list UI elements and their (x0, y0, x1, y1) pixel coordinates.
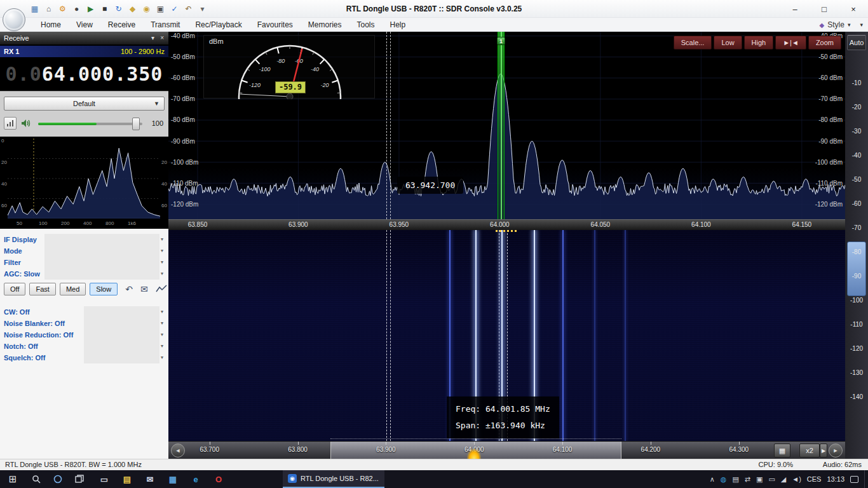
edge-icon[interactable]: e (184, 470, 207, 488)
browser-icon[interactable]: ◍ (721, 476, 727, 483)
security-icon[interactable]: ▣ (756, 476, 763, 483)
speaker-button[interactable] (20, 117, 32, 130)
proc-noise-blanker-off[interactable]: Noise Blanker: Off▾ (0, 318, 168, 329)
key-icon[interactable]: ◆ (127, 4, 138, 15)
chevron-down-icon[interactable]: ▾ (161, 352, 163, 363)
waterfall-display[interactable]: Freq: 64.001.85 MHz Span: ±163.940 kHz (168, 230, 845, 441)
notes-icon[interactable]: ✉ (140, 284, 148, 294)
agc-med-button[interactable]: Med (60, 283, 86, 295)
tab-tools[interactable]: Tools (349, 18, 383, 32)
cortana-button[interactable] (47, 470, 69, 488)
dsp-if-display[interactable]: IF Display▾ (0, 234, 168, 245)
volume-slider[interactable] (38, 123, 142, 125)
display-icon[interactable]: ▭ (768, 476, 775, 483)
proc-squelch-off[interactable]: Squelch: Off▾ (0, 352, 168, 363)
close-button[interactable]: × (839, 0, 868, 18)
undo-icon[interactable]: ↶ (183, 4, 194, 15)
high-button[interactable]: High (744, 36, 774, 50)
nav-scroll-right-button[interactable]: ► (829, 444, 843, 458)
tab-receive[interactable]: Receive (100, 18, 143, 32)
nav-zoom-button[interactable]: x2 (799, 444, 820, 458)
opera-icon[interactable]: O (207, 470, 230, 488)
hidden-icons-chevron[interactable]: ∧ (710, 476, 715, 483)
tab-home[interactable]: Home (33, 18, 69, 32)
maximize-button[interactable]: □ (810, 0, 839, 18)
style-menu[interactable]: ◆ Style ▾ ▾ (820, 18, 863, 32)
camera-icon[interactable]: ▣ (155, 4, 166, 15)
play-icon[interactable]: ▶ (85, 4, 96, 15)
low-button[interactable]: Low (714, 36, 742, 50)
language-indicator[interactable]: CES (807, 475, 822, 483)
pen-icon[interactable]: ▤ (732, 476, 738, 483)
settings-icon[interactable]: ⚙ (57, 4, 68, 15)
nav-scroll-left-button[interactable]: ◄ (171, 444, 185, 458)
mail-icon[interactable]: ✉ (139, 470, 161, 488)
zoom-button[interactable]: Zoom (808, 36, 841, 50)
store-icon[interactable]: ▦ (161, 470, 184, 488)
agc-off-button[interactable]: Off (4, 283, 25, 295)
rx-marker[interactable]: 1 (498, 32, 505, 219)
action-center-icon[interactable] (850, 476, 858, 483)
panel-close-icon[interactable]: × (160, 32, 164, 44)
tab-rec-playback[interactable]: Rec/Playback (187, 18, 249, 32)
minimize-button[interactable]: – (780, 0, 810, 18)
ribbon-options-caret-icon[interactable]: ▾ (860, 22, 863, 28)
undo-icon[interactable]: ↶ (125, 284, 133, 294)
lock-icon[interactable]: ◉ (141, 4, 152, 15)
proc-notch-off[interactable]: Notch: Off▾ (0, 341, 168, 352)
chevron-down-icon[interactable]: ▾ (161, 245, 163, 257)
tab-view[interactable]: View (69, 18, 100, 32)
home-icon[interactable]: ⌂ (43, 4, 54, 15)
start-button[interactable]: ⊞ (0, 470, 25, 488)
mode-preset-dropdown[interactable]: Default ▼ (4, 97, 165, 111)
nav-zoom-caret-button[interactable]: ▶ (820, 444, 827, 458)
show-desktop-button[interactable] (864, 470, 867, 488)
sync-icon[interactable]: ⇄ (745, 476, 750, 483)
chevron-down-icon[interactable]: ▾ (161, 318, 163, 329)
tab-help[interactable]: Help (383, 18, 414, 32)
clock[interactable]: 13:13 (827, 475, 844, 483)
frequency-navigation-bar[interactable]: ◄ ▦ x2 ▶ ► 63.70063.80063.90064.00064.10… (168, 441, 845, 459)
chevron-down-icon[interactable]: ▾ (161, 306, 163, 318)
scale-button[interactable]: Scale... (674, 36, 712, 50)
file-explorer-icon[interactable]: ▤ (116, 470, 139, 488)
sync-icon[interactable]: ↻ (113, 4, 124, 15)
chevron-down-icon[interactable]: ▾ (161, 257, 163, 268)
record-icon[interactable]: ● (71, 4, 82, 15)
panel-collapse-icon[interactable]: ▾ (151, 32, 154, 44)
task-view-button[interactable] (69, 470, 90, 488)
chevron-down-icon[interactable]: ▾ (161, 329, 163, 341)
spectrum-frequency-axis[interactable]: 63.85063.90063.95064.00064.05064.10064.1… (168, 219, 845, 230)
mixer-button[interactable] (4, 117, 17, 130)
application-menu-orb[interactable] (3, 8, 25, 31)
dsp-agc-slow[interactable]: AGC: Slow▾ (0, 268, 168, 280)
dsp-mode[interactable]: Mode▾ (0, 245, 168, 257)
active-task-button[interactable]: ◉ RTL Dongle USB - R82... (283, 470, 384, 488)
-button[interactable]: ►|◄ (775, 36, 806, 50)
tools-icon[interactable]: ✓ (169, 4, 180, 15)
agc-fast-button[interactable]: Fast (29, 283, 55, 295)
network-icon[interactable]: ◢ (781, 476, 786, 483)
chevron-down-icon[interactable]: ▾ (161, 268, 163, 280)
agc-slow-button[interactable]: Slow (90, 283, 118, 295)
frequency-display[interactable]: 0.064.000.350 (0, 58, 168, 89)
auto-gain-button[interactable]: Auto (847, 35, 866, 50)
chevron-down-icon[interactable]: ▾ (161, 234, 163, 245)
keyboard-entry-button[interactable]: ▦ (774, 444, 790, 458)
volume-icon[interactable]: ◄) (792, 476, 801, 483)
spectrum-display[interactable]: dBm -140-120-100-80-60-40-200 -59.9 Scal… (168, 32, 845, 219)
proc-cw-off[interactable]: CW: Off▾ (0, 306, 168, 318)
monitor-icon[interactable]: ▭ (93, 470, 116, 488)
chevron-down-icon[interactable]: ▾ (161, 341, 163, 352)
tab-memories[interactable]: Memories (301, 18, 349, 32)
app-icon[interactable]: ▦ (29, 4, 40, 15)
stop-icon[interactable]: ■ (99, 4, 110, 15)
tab-favourites[interactable]: Favourites (250, 18, 301, 32)
search-button[interactable] (25, 470, 47, 488)
quickbar-caret-icon[interactable]: ▾ (197, 4, 208, 15)
proc-noise-reduction-off[interactable]: Noise Reduction: Off▾ (0, 329, 168, 341)
dsp-filter[interactable]: Filter▾ (0, 257, 168, 268)
tab-transmit[interactable]: Transmit (143, 18, 187, 32)
graph-icon[interactable] (156, 284, 167, 294)
volume-slider-thumb[interactable] (132, 118, 140, 130)
